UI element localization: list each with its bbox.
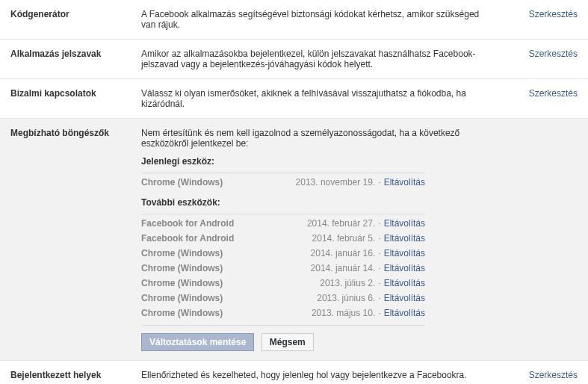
setting-description: Válassz ki olyan ismerősöket, akiknek a … xyxy=(141,88,510,109)
setting-description: A Facebook alkalmazás segítségével bizto… xyxy=(141,9,510,30)
setting-label: Megbízható böngészők xyxy=(10,128,141,351)
setting-row-kodgenerator: Kódgenerátor A Facebook alkalmazás segít… xyxy=(0,0,588,39)
separator-dot: · xyxy=(375,248,383,258)
device-row: Chrome (Windows)2013. május 10.·Eltávolí… xyxy=(141,306,425,320)
device-date: 2014. január 14. xyxy=(311,263,376,273)
remove-link[interactable]: Eltávolítás xyxy=(384,248,425,258)
save-button[interactable]: Változtatások mentése xyxy=(141,333,254,351)
remove-link[interactable]: Eltávolítás xyxy=(384,263,425,273)
remove-link[interactable]: Eltávolítás xyxy=(384,177,425,188)
remove-link[interactable]: Eltávolítás xyxy=(384,293,425,303)
setting-description: Amikor az alkalmazásokba bejelentkezel, … xyxy=(141,49,510,69)
setting-label: Alkalmazás jelszavak xyxy=(10,49,141,69)
current-device-list: Chrome (Windows) 2013. november 19. · El… xyxy=(141,173,425,190)
setting-row-alkalmazas-jelszavak: Alkalmazás jelszavak Amikor az alkalmazá… xyxy=(0,39,588,78)
setting-row-bizalmi-kapcsolatok: Bizalmi kapcsolatok Válassz ki olyan ism… xyxy=(0,78,588,118)
device-name: Chrome (Windows) xyxy=(141,278,320,288)
separator-dot: · xyxy=(375,218,383,229)
separator-dot: · xyxy=(375,293,383,303)
remove-link[interactable]: Eltávolítás xyxy=(384,278,425,288)
device-date: 2013. július 2. xyxy=(320,278,375,288)
setting-label: Bizalmi kapcsolatok xyxy=(10,88,141,109)
button-bar: Változtatások mentése Mégsem xyxy=(141,325,425,351)
device-row: Chrome (Windows)2013. július 2.·Eltávolí… xyxy=(141,276,425,291)
device-name: Facebook for Android xyxy=(141,233,312,244)
device-name: Chrome (Windows) xyxy=(141,308,312,318)
device-name: Chrome (Windows) xyxy=(141,263,311,273)
edit-link[interactable]: Szerkesztés xyxy=(529,88,578,99)
other-devices-header: További eszközök: xyxy=(141,197,495,208)
device-name: Chrome (Windows) xyxy=(141,177,296,188)
device-name: Chrome (Windows) xyxy=(141,248,311,258)
setting-description: Ellenőrizheted és kezelheted, hogy jelen… xyxy=(141,370,510,380)
separator-dot: · xyxy=(375,308,383,318)
device-row: Chrome (Windows)2013. június 6.·Eltávolí… xyxy=(141,291,425,306)
trusted-intro: Nem értesítünk és nem kell igazolnod a s… xyxy=(141,128,495,149)
device-date: 2013. november 19. xyxy=(296,177,376,188)
separator-dot: · xyxy=(375,233,383,244)
separator-dot: · xyxy=(375,278,383,288)
separator-dot: · xyxy=(375,263,383,273)
separator-dot: · xyxy=(375,177,383,188)
device-date: 2014. február 5. xyxy=(312,233,376,244)
device-date: 2014. január 16. xyxy=(311,248,376,258)
current-device-header: Jelenlegi eszköz: xyxy=(141,156,495,167)
setting-row-megbizhato-bongeszok: Megbízható böngészők Nem értesítünk és n… xyxy=(0,118,588,360)
remove-link[interactable]: Eltávolítás xyxy=(384,308,425,318)
setting-row-bejelentkezett-helyek: Bejelentkezett helyek Ellenőrizheted és … xyxy=(0,360,588,384)
device-name: Facebook for Android xyxy=(141,218,307,229)
device-date: 2013. június 6. xyxy=(317,293,375,303)
edit-link[interactable]: Szerkesztés xyxy=(529,9,578,19)
setting-label: Bejelentkezett helyek xyxy=(10,370,141,380)
other-devices-list: Facebook for Android2014. február 27.·El… xyxy=(141,214,425,320)
device-row: Chrome (Windows)2014. január 14.·Eltávol… xyxy=(141,261,425,276)
setting-label: Kódgenerátor xyxy=(10,9,141,30)
edit-link[interactable]: Szerkesztés xyxy=(529,49,578,59)
device-row: Chrome (Windows)2014. január 16.·Eltávol… xyxy=(141,246,425,261)
device-date: 2013. május 10. xyxy=(312,308,375,318)
remove-link[interactable]: Eltávolítás xyxy=(384,218,425,229)
remove-link[interactable]: Eltávolítás xyxy=(384,233,425,244)
device-row: Facebook for Android2014. február 5.·Elt… xyxy=(141,231,425,246)
device-row: Chrome (Windows) 2013. november 19. · El… xyxy=(141,175,425,190)
device-name: Chrome (Windows) xyxy=(141,293,317,303)
cancel-button[interactable]: Mégsem xyxy=(261,333,314,351)
edit-link[interactable]: Szerkesztés xyxy=(529,370,578,380)
device-row: Facebook for Android2014. február 27.·El… xyxy=(141,216,425,231)
device-date: 2014. február 27. xyxy=(307,218,375,229)
